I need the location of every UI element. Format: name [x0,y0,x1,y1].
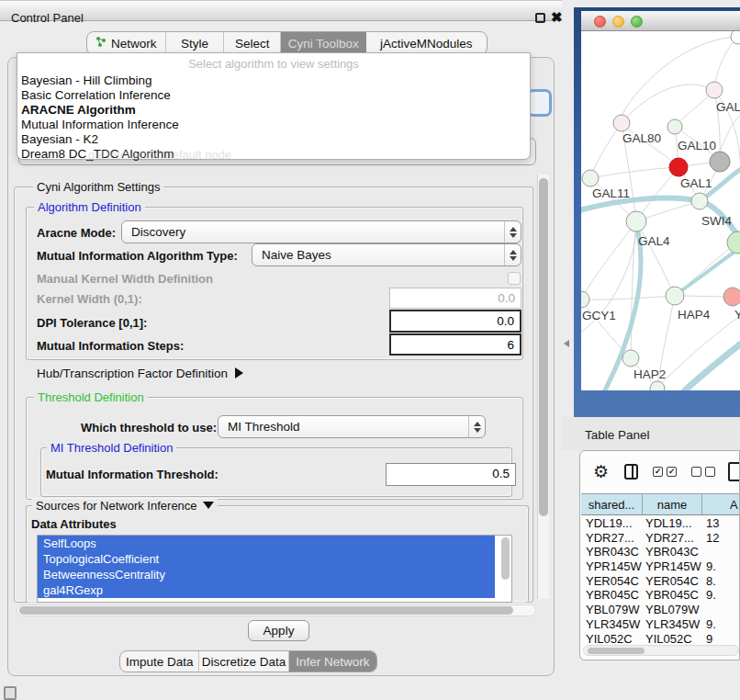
node-hap4[interactable] [666,287,684,305]
node-label: GAL4 [638,234,670,248]
cell: YDR27... [643,531,702,546]
cell: YER054C [643,574,702,589]
tab-cyni-toolbox[interactable]: Cyni Toolbox [281,32,366,54]
which-threshold-combobox[interactable]: MI Threshold [218,415,486,438]
node-swi4[interactable] [691,193,708,209]
menu-item[interactable]: Bayesian - K2 [21,132,98,146]
minimized-panel-icon[interactable] [4,686,17,700]
cell: YBL079W [643,603,702,617]
node-gray[interactable] [710,152,730,172]
node-gal80[interactable] [613,115,630,131]
unchecked-checkbox-icon [691,467,701,477]
aracne-mode-combobox[interactable]: Discovery [121,220,521,243]
dpi-tolerance-field[interactable]: 0.0 [389,310,521,333]
menu-item[interactable]: Mutual Information Inference [21,118,179,131]
ghost-combobox-text: gal interaction default node [88,148,231,162]
aracne-mode-label: Aracne Mode: [37,226,116,240]
table-row[interactable]: YDL19...YDL19...13 [581,516,740,531]
network-window: GAL GAL80 GAL10 GAL1 GAL11 SWI4 GAL4 HAP… [574,7,740,417]
menu-item[interactable]: Basic Correlation Inference [21,88,171,102]
table-horizontal-scrollbar[interactable] [583,645,739,656]
mi-steps-label: Mutual Information Steps: [37,339,184,353]
float-window-icon[interactable] [535,13,545,23]
deselect-all-checkboxes-icon[interactable] [691,467,715,477]
column-header[interactable]: name [643,494,702,514]
splitpane-grabber-icon[interactable] [564,340,569,347]
mi-algorithm-type-label: Mutual Information Algorithm Type: [37,249,238,263]
tab-select[interactable]: Select [224,32,281,54]
table-row[interactable]: YBL079WYBL079W [581,603,740,617]
mi-threshold-label: Mutual Information Threshold: [46,468,219,481]
list-item[interactable]: gal4RGexp [38,582,495,598]
mi-threshold-field[interactable]: 0.5 [386,463,516,486]
table-row[interactable]: YIL052CYIL052C9 [581,632,740,647]
settings-group-title: Cyni Algorithm Settings [33,180,163,194]
minimize-traffic-light-icon[interactable] [612,16,624,28]
cell: YPR145W [643,559,702,574]
data-attributes-list[interactable]: SelfLoops TopologicalCoefficient Between… [37,535,512,603]
cell [702,545,740,559]
columns-icon[interactable] [624,464,638,480]
settings-horizontal-scrollbar-thumb[interactable] [19,606,513,615]
node-label: HAP4 [678,308,711,322]
tab-network[interactable]: Network [87,32,166,54]
cell: YER054C [581,574,643,589]
close-icon[interactable]: ✖ [551,9,563,26]
node-gal1-red[interactable] [669,158,688,176]
close-traffic-light-icon[interactable] [594,16,606,28]
gear-icon[interactable]: ⚙ [593,463,609,480]
mi-steps-field[interactable]: 6 [389,333,521,356]
list-scrollbar-thumb[interactable] [501,537,510,580]
sources-group-title[interactable]: Sources for Network Inference [32,499,218,513]
zoom-traffic-light-icon[interactable] [631,16,643,28]
edge-teal [685,344,740,390]
dpi-tolerance-label: DPI Tolerance [0,1]: [37,316,147,330]
table-row[interactable]: YER054CYER054C8. [581,574,740,589]
kernel-width-field[interactable]: 0.0 [389,288,521,309]
edge [714,37,737,86]
menu-item[interactable]: Bayesian - Hill Climbing [21,73,152,87]
tab-impute-data[interactable]: Impute Data [120,651,199,672]
table-row[interactable]: YDR27...YDR27...12 [581,531,740,546]
table-toolbar: ⚙ ✓ ✓ [580,458,740,484]
column-header[interactable]: A [702,494,740,514]
node-gal4[interactable] [626,211,646,231]
network-window-titlebar[interactable] [581,11,740,31]
document-icon[interactable] [728,462,740,481]
tab-infer-network[interactable]: Infer Network [289,651,376,672]
network-canvas[interactable]: GAL GAL80 GAL10 GAL1 GAL11 SWI4 GAL4 HAP… [581,31,740,390]
list-item[interactable]: TopologicalCoefficient [38,551,495,567]
list-item[interactable]: BetweennessCentrality [38,567,495,582]
edge [631,221,636,358]
tab-jactivemnodules[interactable]: jActiveMNodules [366,32,487,54]
table-row[interactable]: YLR345WYLR345W9. [581,617,740,632]
table-row[interactable]: YBR043CYBR043C [581,545,740,559]
node-gcy1[interactable] [581,291,589,308]
settings-vertical-scrollbar-thumb[interactable] [539,178,548,516]
node-gal-partial[interactable] [706,82,723,98]
cell: 9. [702,617,740,632]
apply-button[interactable]: Apply [248,620,309,641]
hub-factor-section-toggle[interactable]: Hub/Transcription Factor Definition [37,367,243,380]
menu-item-selected[interactable]: ARACNE Algorithm [21,103,136,117]
node-salmon[interactable] [723,288,740,306]
node-hap2[interactable] [622,350,639,367]
node-gal10[interactable] [667,119,682,134]
edge [720,116,740,152]
node[interactable] [731,31,740,44]
table-row[interactable]: YPR145WYPR145W9. [581,559,740,574]
mi-algorithm-type-combobox[interactable]: Naive Bayes [252,243,521,266]
column-header[interactable]: shared... [581,494,643,514]
tab-style[interactable]: Style [166,32,225,54]
list-item[interactable]: SelfLoops [38,536,495,551]
select-all-checkboxes-icon[interactable]: ✓ ✓ [653,467,677,477]
table-horizontal-scrollbar-thumb[interactable] [588,648,645,654]
tab-discretize-data[interactable]: Discretize Data [199,651,288,672]
manual-kernel-checkbox[interactable] [508,272,521,285]
stepper-arrows-icon [504,244,521,265]
tab-jactivemnodules-label: jActiveMNodules [380,37,473,51]
node-gal11[interactable] [582,170,599,186]
node-bright-green[interactable] [727,231,740,254]
hub-factor-label: Hub/Transcription Factor Definition [37,367,228,380]
table-row[interactable]: YBR045CYBR045C9. [581,588,740,603]
